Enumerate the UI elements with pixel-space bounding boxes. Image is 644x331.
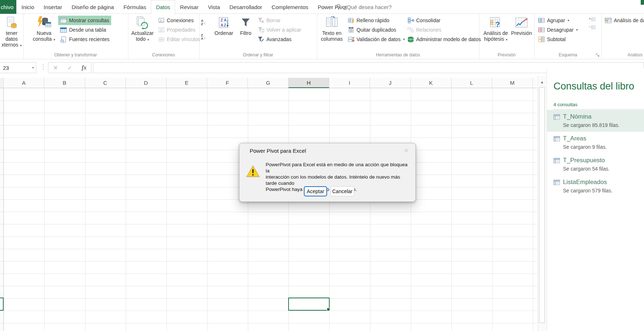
column-header-partial[interactable] [533, 78, 537, 88]
confirm-entry-icon[interactable]: ✓ [67, 64, 72, 71]
query-table-icon [554, 136, 560, 141]
down-arrow-icon: ↓ [204, 20, 206, 25]
query-item-t-presupuesto[interactable]: T_Presupuesto Se cargaron 54 filas. [547, 153, 644, 175]
dialog-message-line2: interacción con los modelos de datos. In… [266, 174, 408, 186]
external-data-label-2: xternos ▾ [1, 42, 21, 48]
filtro-button[interactable]: Filtro [237, 16, 254, 36]
show-detail-icon[interactable]: + [589, 17, 596, 23]
group-obtener-y-transformar: Nueva consulta ▾ Mostrar consultas Desde… [23, 14, 128, 59]
selected-row-header-sliver [0, 298, 4, 311]
vertical-scrollbar[interactable]: ▲ [538, 76, 546, 331]
cancelar-button[interactable]: Cancelar [330, 186, 354, 196]
scroll-up-icon[interactable]: ▲ [538, 78, 546, 86]
query-name: T_Presupuesto [563, 157, 605, 164]
formula-bar-handle-icon[interactable]: ⋮ [40, 63, 46, 71]
column-header-j[interactable]: J [370, 78, 411, 88]
relationships-icon [407, 27, 414, 33]
filter-icon [241, 16, 250, 29]
validacion-de-datos-label: Validación de datos [357, 36, 401, 42]
avanzadas-button[interactable]: Avanzadas [256, 35, 303, 44]
tab-vista[interactable]: Vista [203, 0, 225, 14]
subtotal-button[interactable]: Subtotal [536, 35, 580, 44]
what-if-label-2: hipótesis ▾ [484, 36, 508, 43]
analisis-de-datos-button[interactable]: Análisis de da [603, 16, 644, 25]
administrar-modelo-de-datos-button[interactable]: Administrar modelo de datos [406, 35, 483, 44]
name-box[interactable]: 23 ▾ [0, 62, 36, 73]
dialog-close-icon[interactable]: ✕ [404, 147, 409, 155]
validacion-de-datos-button[interactable]: Validación de datos ▾ [346, 35, 407, 44]
query-item-listaempleados[interactable]: ListaEmpleados Se cargaron 579 filas. [547, 175, 644, 197]
query-item-t-areas[interactable]: T_Areas Se cargaron 9 filas. [547, 132, 644, 153]
tab-archivo[interactable]: chivo [0, 0, 16, 14]
tab-insertar[interactable]: Insertar [39, 0, 67, 14]
agrupar-button[interactable]: Agrupar ▾ [536, 16, 580, 25]
selected-cell-h23[interactable] [288, 298, 330, 311]
name-box-value: 23 [3, 65, 9, 71]
external-data-icon [6, 16, 17, 29]
volver-a-aplicar-label: Volver a aplicar [266, 27, 301, 33]
query-item-t-nomina[interactable]: T_Nómina Se cargaron 85.819 filas. [547, 110, 644, 132]
column-header-c[interactable]: C [85, 78, 126, 88]
ordenar-button[interactable]: ZAAZ Ordenar [212, 16, 236, 36]
conexiones-button[interactable]: Conexiones [156, 16, 202, 25]
tab-revisar[interactable]: Revisar [175, 0, 203, 14]
name-box-caret-icon[interactable]: ▾ [32, 66, 34, 69]
quitar-duplicados-button[interactable]: Quitar duplicados [346, 25, 407, 35]
consolidar-button[interactable]: Consolidar [406, 16, 483, 25]
insert-function-icon[interactable]: fx [82, 64, 86, 71]
sort-descending-button[interactable]: ZA↓ [200, 31, 207, 43]
analisis-de-hipotesis-button[interactable]: ? Análisis de hipótesis ▾ [482, 16, 510, 43]
tab-desarrollador[interactable]: Desarrollador [225, 0, 267, 14]
desde-una-tabla-button[interactable]: Desde una tabla [58, 25, 111, 35]
cell-grid[interactable] [0, 88, 537, 331]
mostrar-consultas-button[interactable]: Mostrar consultas [58, 16, 111, 25]
obtener-datos-externos-button[interactable]: tener datos xternos ▾ [1, 16, 23, 48]
group-label: Obtener y transformar [23, 52, 128, 57]
column-header-g[interactable]: G [248, 78, 289, 88]
column-header-m[interactable]: M [492, 78, 533, 88]
scrollbar-thumb[interactable] [539, 87, 545, 323]
aceptar-button[interactable]: Aceptar [304, 186, 327, 196]
texto-en-columnas-button[interactable]: Texto en columnas [320, 16, 344, 42]
analysis-items: Análisis de da [603, 16, 644, 25]
column-header-f[interactable]: F [207, 78, 248, 88]
tab-formulas[interactable]: Fórmulas [119, 0, 151, 14]
fuentes-recientes-button[interactable]: Fuentes recientes [58, 35, 111, 44]
relleno-rapido-label: Relleno rápido [357, 17, 389, 23]
nueva-consulta-button[interactable]: Nueva consulta ▾ [33, 16, 55, 43]
relleno-rapido-button[interactable]: Relleno rápido [346, 16, 407, 25]
column-header-k[interactable]: K [411, 78, 451, 88]
tell-me-box[interactable]: ¿Qué desea hacer? [336, 0, 392, 14]
dialog-launcher-icon[interactable] [596, 53, 600, 57]
column-header-h-selected[interactable]: H [289, 78, 329, 88]
data-validation-icon [348, 36, 354, 42]
query-row-count: Se cargaron 9 filas. [563, 144, 644, 150]
agrupar-label: Agrupar [547, 17, 565, 23]
column-header-l[interactable]: L [451, 78, 492, 88]
worksheet[interactable]: A B C D E F G H I J K L M [0, 76, 537, 331]
new-query-label-1: Nueva [37, 30, 51, 36]
column-header-d[interactable]: D [126, 78, 166, 88]
tab-diseno-de-pagina[interactable]: Diseño de página [67, 0, 119, 14]
column-header-a[interactable]: A [4, 78, 44, 88]
prevision-button[interactable]: Previsión [510, 16, 533, 36]
fill-handle[interactable] [327, 308, 330, 311]
group-analisis: Análisis de da Análisis [601, 14, 644, 59]
editar-vinculos-button: Editar vínculos [156, 35, 202, 44]
column-header-e[interactable]: E [166, 78, 207, 88]
svg-text:+: + [589, 17, 591, 21]
desagrupar-button[interactable]: Desagrupar ▾ [536, 25, 580, 35]
tab-datos[interactable]: Datos [151, 0, 175, 14]
conexiones-label: Conexiones [167, 17, 194, 23]
tab-inicio[interactable]: Inicio [17, 0, 39, 14]
column-header-i[interactable]: I [329, 78, 370, 88]
actualizar-todo-button[interactable]: Actualizar todo ▾ [131, 16, 154, 43]
tab-complementos[interactable]: Complementos [267, 0, 313, 14]
sort-ascending-button[interactable]: AZ↓ [200, 17, 207, 28]
query-row-count: Se cargaron 85.819 filas. [563, 122, 644, 128]
hide-detail-icon[interactable]: − [589, 25, 596, 31]
sort-az-icon: AZ [201, 19, 204, 26]
what-if-label-1: Análisis de [483, 30, 508, 36]
column-header-b[interactable]: B [44, 78, 85, 88]
cancel-entry-icon[interactable]: ✕ [53, 64, 58, 71]
